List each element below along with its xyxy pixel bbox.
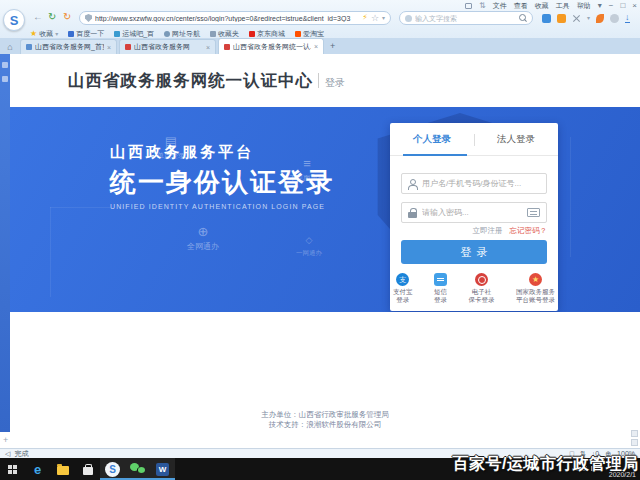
browser-sidebar[interactable] <box>0 54 10 432</box>
download-icon[interactable]: ↓ <box>625 13 630 23</box>
wechat-button[interactable] <box>125 458 150 480</box>
close-icon[interactable]: × <box>107 44 111 51</box>
decor-line <box>50 207 51 297</box>
search-box[interactable] <box>399 11 533 25</box>
decor-network: ⊕ 全网通办 <box>164 225 242 252</box>
close-button[interactable]: × <box>632 2 637 10</box>
bookmark-favorites[interactable]: ★ 收藏 ▾ <box>30 29 58 39</box>
watermark: 百家号/运城市行政管理局 <box>453 454 639 475</box>
address-dropdown-icon[interactable]: ▾ <box>382 15 385 21</box>
register-link[interactable]: 立即注册 <box>473 226 503 236</box>
bookmark-tieba[interactable]: 运城吧_百 <box>114 29 154 39</box>
bookmark-label: 爱淘宝 <box>303 29 324 39</box>
tab-personal-login[interactable]: 个人登录 <box>390 123 474 155</box>
explorer-button[interactable] <box>50 458 75 480</box>
folder-icon <box>210 31 216 37</box>
url-text[interactable]: http://www.sxzwfw.gov.cn/center/sso/logi… <box>95 15 359 22</box>
browser-chrome: ⇅ 文件 查看 收藏 工具 帮助 ▾ − □ × S ← ↻ ↻ http://… <box>0 0 640 54</box>
new-tab-button[interactable]: + <box>330 41 335 54</box>
app-center-icon[interactable] <box>542 14 551 23</box>
screenshot-dropdown-icon[interactable]: ▾ <box>587 15 590 21</box>
minimize-button[interactable]: − <box>609 2 614 10</box>
bookmark-folder[interactable]: 收藏夹 <box>210 29 239 39</box>
bookmark-star-icon[interactable]: ☆ <box>371 14 379 23</box>
alt-label: 保卡登录 <box>469 296 495 304</box>
maximize-button[interactable]: □ <box>620 2 625 10</box>
sogou-logo[interactable]: S <box>3 9 25 31</box>
folder-icon <box>57 466 69 475</box>
screen: ⇅ 文件 查看 收藏 工具 帮助 ▾ − □ × S ← ↻ ↻ http://… <box>0 0 640 480</box>
sidebar-icon[interactable] <box>2 62 8 68</box>
start-button[interactable] <box>0 458 25 480</box>
proxy-icon[interactable] <box>596 14 604 23</box>
menu-tools[interactable]: 工具 <box>556 1 570 11</box>
search-icon[interactable] <box>519 14 527 22</box>
close-icon[interactable]: × <box>314 43 318 50</box>
tab-1[interactable]: 山西省政务服务网_首页 × <box>20 39 117 54</box>
tab-3-active[interactable]: 山西省政务服务网统一认... × <box>218 38 324 54</box>
address-bar[interactable]: http://www.sxzwfw.gov.cn/center/sso/logi… <box>79 11 391 25</box>
alipay-login[interactable]: 支 支付宝 登录 <box>393 273 413 304</box>
search-engine-icon[interactable] <box>405 15 412 22</box>
feedback-icon[interactable]: ▾ <box>598 2 602 10</box>
decor-onenet: ◇ 一网通办 <box>282 233 336 258</box>
skin-icon[interactable] <box>557 14 566 23</box>
wechat-icon <box>130 463 145 475</box>
status-left: ◁ 完成 <box>5 449 28 459</box>
sms-login[interactable]: 短信 登录 <box>434 273 447 304</box>
edge-button[interactable]: e <box>25 458 50 480</box>
scroll-corner-icon[interactable] <box>631 439 638 446</box>
menu-help[interactable]: 帮助 <box>577 1 591 11</box>
forgot-password-link[interactable]: 忘记密码？ <box>510 226 548 236</box>
menu-icon[interactable]: ⇅ <box>479 2 486 10</box>
username-input[interactable] <box>422 179 540 188</box>
keyboard-icon[interactable] <box>527 208 540 217</box>
layout-icon[interactable] <box>465 3 472 9</box>
close-icon[interactable]: × <box>206 44 210 51</box>
login-button[interactable]: 登录 <box>401 240 547 264</box>
menu-favorites[interactable]: 收藏 <box>535 1 549 11</box>
extensions-icon[interactable] <box>610 14 619 23</box>
bookmark-jd[interactable]: 京东商城 <box>249 29 285 39</box>
back-button[interactable]: ← <box>33 12 43 22</box>
sidebar-add-icon[interactable]: + <box>3 435 8 445</box>
bookmark-baidu[interactable]: 百度一下 <box>68 29 104 39</box>
alt-label: 短信 <box>434 288 447 296</box>
star-icon: ★ <box>30 30 37 38</box>
page-title: 山西省政务服务网统一认证中心 <box>68 70 313 92</box>
home-icon[interactable]: ⌂ <box>0 42 20 54</box>
scroll-corner-icon[interactable] <box>631 430 638 437</box>
sidebar-icon[interactable] <box>2 76 8 82</box>
password-input[interactable] <box>422 208 522 217</box>
store-button[interactable] <box>75 458 100 480</box>
bookmark-nav[interactable]: 网址导航 <box>164 29 200 39</box>
alipay-icon: 支 <box>396 273 409 286</box>
person-icon <box>408 179 417 189</box>
bookmark-taobao[interactable]: 爱淘宝 <box>295 29 324 39</box>
social-card-login[interactable]: 电子社 保卡登录 <box>469 273 495 304</box>
status-text: 完成 <box>14 449 28 459</box>
status-arrow-icon[interactable]: ◁ <box>5 450 10 458</box>
refresh-button[interactable]: ↻ <box>48 12 56 22</box>
word-button[interactable]: W <box>150 458 175 480</box>
login-links: 立即注册 忘记密码？ <box>473 226 548 236</box>
search-input[interactable] <box>415 15 516 22</box>
tab-title: 山西省政务服务网统一认... <box>233 42 311 52</box>
menu-file[interactable]: 文件 <box>493 1 507 11</box>
bookmark-label: 运城吧_百 <box>122 29 154 39</box>
username-field[interactable] <box>401 173 547 194</box>
screenshot-icon[interactable] <box>572 14 581 23</box>
alt-label: 平台账号登录 <box>516 296 555 304</box>
divider <box>474 134 475 146</box>
tab-2[interactable]: 山西省政务服务网 × <box>119 39 216 54</box>
taskbar-icons: e S W <box>0 458 175 480</box>
national-platform-login[interactable]: ★ 国家政务服务 平台账号登录 <box>516 273 555 304</box>
tab-corporate-login[interactable]: 法人登录 <box>474 123 558 155</box>
menu-view[interactable]: 查看 <box>514 1 528 11</box>
tab-favicon <box>26 44 32 50</box>
sogou-browser-button[interactable]: S <box>100 458 125 480</box>
restore-tabs-button[interactable]: ↻ <box>63 12 71 22</box>
password-field[interactable] <box>401 202 547 223</box>
speed-mode-icon[interactable]: ⚡ <box>362 14 368 22</box>
sms-icon <box>434 273 447 286</box>
